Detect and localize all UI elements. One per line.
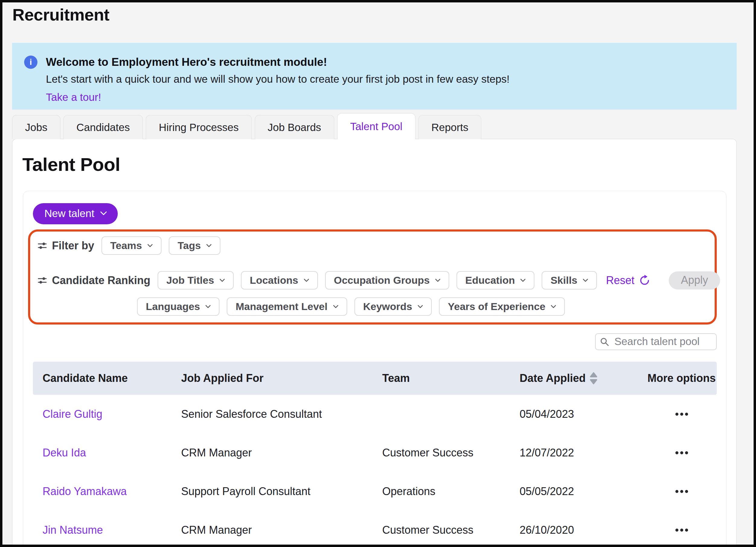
dropdown-label: Locations [250, 274, 298, 286]
skills-dropdown[interactable]: Skills [542, 271, 597, 289]
more-options-button[interactable] [671, 447, 692, 459]
dropdown-label: Education [465, 274, 515, 286]
dropdown-label: Occupation Groups [334, 274, 430, 286]
tab-label: Talent Pool [350, 120, 402, 133]
chevron-down-icon [219, 279, 225, 282]
more-options-button[interactable] [671, 408, 692, 420]
ellipsis-icon [680, 451, 683, 454]
candidate-name-link[interactable]: Raido Yamakawa [43, 485, 181, 498]
years-of-experience-dropdown[interactable]: Years of Experience [439, 297, 565, 316]
chevron-down-icon [205, 305, 211, 309]
col-date-applied[interactable]: Date Applied [520, 372, 646, 385]
ellipsis-icon [680, 413, 683, 416]
col-team: Team [382, 372, 520, 385]
team-cell: Customer Success [382, 524, 520, 536]
languages-dropdown[interactable]: Languages [137, 297, 219, 316]
tab-label: Hiring Processes [159, 121, 239, 133]
search-input[interactable] [595, 333, 717, 350]
talent-pool-panel: Talent Pool New talent Filter by [12, 139, 737, 545]
take-a-tour-link[interactable]: Take a tour! [46, 91, 510, 103]
talent-pool-card: New talent Filter by Teams [23, 191, 726, 547]
banner-body: Let's start with a quick tour and we wil… [46, 72, 510, 86]
ellipsis-icon [685, 413, 688, 416]
chevron-down-icon [206, 244, 212, 248]
candidate-ranking-text: Candidate Ranking [52, 274, 150, 287]
occupation-groups-dropdown[interactable]: Occupation Groups [325, 271, 449, 289]
chevron-down-icon [147, 244, 153, 248]
sliders-icon [37, 241, 47, 251]
col-candidate-name: Candidate Name [43, 372, 181, 385]
candidate-name-link[interactable]: Jin Natsume [43, 524, 181, 536]
ellipsis-icon [680, 529, 683, 532]
chevron-down-icon [304, 279, 309, 282]
dropdown-label: Years of Experience [448, 301, 545, 312]
tags-dropdown[interactable]: Tags [169, 236, 220, 255]
ellipsis-icon [675, 413, 678, 416]
table-row: Claire Gultig Senior Salesforce Consulta… [33, 395, 717, 433]
reset-label: Reset [606, 274, 634, 287]
sort-icon[interactable] [589, 372, 598, 385]
job-applied-cell: CRM Manager [181, 446, 382, 459]
table-row: Raido Yamakawa Support Payroll Consultan… [33, 472, 717, 511]
talent-table: Candidate Name Job Applied For Team Date… [33, 362, 717, 547]
filter-by-label: Filter by [37, 239, 94, 252]
ellipsis-icon [675, 451, 678, 454]
sliders-icon [37, 276, 47, 285]
job-titles-dropdown[interactable]: Job Titles [158, 271, 234, 289]
dropdown-label: Tags [178, 240, 201, 251]
chevron-down-icon [418, 305, 423, 309]
ellipsis-icon [680, 490, 683, 493]
tab-job-boards[interactable]: Job Boards [255, 115, 334, 139]
dropdown-label: Management Level [235, 301, 327, 312]
date-applied-cell: 05/05/2022 [520, 485, 646, 498]
tab-candidates[interactable]: Candidates [63, 115, 143, 139]
dropdown-label: Skills [550, 274, 577, 286]
new-talent-button[interactable]: New talent [33, 203, 118, 224]
welcome-banner: i Welcome to Employment Hero's recruitme… [12, 43, 737, 110]
reset-button[interactable]: Reset [604, 274, 652, 287]
banner-text: Welcome to Employment Hero's recruitment… [46, 55, 510, 110]
education-dropdown[interactable]: Education [456, 271, 534, 289]
tab-hiring-processes[interactable]: Hiring Processes [146, 115, 252, 139]
table-row: Jin Natsume CRM Manager Customer Success… [33, 511, 717, 547]
apply-button[interactable]: Apply [669, 271, 720, 289]
chevron-down-icon [520, 279, 526, 282]
search-icon [600, 337, 609, 347]
tab-jobs[interactable]: Jobs [12, 115, 60, 139]
filter-by-text: Filter by [52, 239, 94, 252]
more-options-button[interactable] [671, 486, 692, 497]
chevron-down-icon [583, 279, 588, 282]
search-row [33, 333, 717, 350]
team-cell: Customer Success [382, 446, 520, 459]
keywords-dropdown[interactable]: Keywords [354, 297, 432, 316]
filter-highlight-box: Filter by Teams Tags [28, 229, 717, 325]
teams-dropdown[interactable]: Teams [101, 236, 162, 255]
col-job-applied-for: Job Applied For [181, 372, 382, 385]
date-applied-cell: 12/07/2022 [520, 446, 646, 459]
candidate-ranking-row: Candidate Ranking Job Titles Locations O… [37, 271, 707, 289]
more-options-button[interactable] [671, 524, 692, 536]
job-applied-cell: Support Payroll Consultant [181, 485, 382, 498]
tab-bar: Jobs Candidates Hiring Processes Job Boa… [12, 114, 481, 139]
tab-label: Candidates [76, 121, 130, 133]
info-icon: i [24, 56, 37, 69]
management-level-dropdown[interactable]: Management Level [227, 297, 347, 316]
date-applied-label: Date Applied [520, 372, 586, 385]
page-title: Recruitment [12, 5, 109, 24]
candidate-name-link[interactable]: Claire Gultig [43, 408, 181, 421]
ellipsis-icon [685, 451, 688, 454]
tab-talent-pool[interactable]: Talent Pool [337, 113, 415, 139]
tab-label: Jobs [25, 121, 47, 133]
candidate-ranking-row-2: Languages Management Level Keywords Year… [137, 297, 707, 316]
dropdown-label: Job Titles [166, 274, 214, 286]
ellipsis-icon [685, 490, 688, 493]
dropdown-label: Languages [146, 301, 200, 312]
chevron-down-icon [333, 305, 338, 309]
ellipsis-icon [685, 529, 688, 532]
ellipsis-icon [675, 490, 678, 493]
locations-dropdown[interactable]: Locations [241, 271, 318, 289]
apply-label: Apply [681, 274, 708, 286]
candidate-name-link[interactable]: Deku Ida [43, 446, 181, 459]
tab-reports[interactable]: Reports [418, 115, 482, 139]
tab-label: Job Boards [268, 121, 321, 133]
